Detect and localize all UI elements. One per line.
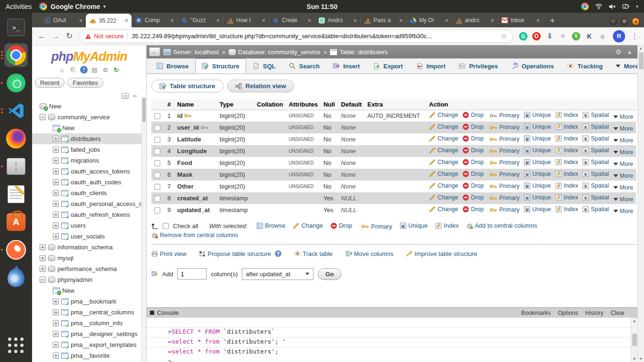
row-checkbox[interactable] [154,137,160,143]
expand-toggle-icon[interactable]: + [53,331,59,337]
console-line[interactable]: >SELECT * FROM `distributers` [147,318,644,328]
col-header[interactable]: Default [338,99,364,110]
address-bar[interactable]: Not secure 35.222.249.89/phpmyadmin/tbl_… [79,30,513,43]
breadcrumb-server[interactable]: Server: localhost [164,49,219,56]
with-selected-drop[interactable]: Drop [330,222,352,229]
tree-item-pma__favorite[interactable]: + ✓ pma__favorite [32,350,146,361]
action-primary-link[interactable]: Primary [488,148,520,154]
action-change-link[interactable]: Change [429,171,458,177]
action-more-link[interactable]: More [613,196,633,203]
extension-red-icon[interactable]: O [532,32,541,41]
tree-item-mysql[interactable]: + mysql [32,253,146,263]
tree-item-information_schema[interactable]: + information_schema [32,242,146,253]
back-button[interactable]: ← [38,32,46,41]
not-secure-chip[interactable]: Not secure [85,33,124,40]
col-header[interactable]: Extra [364,99,426,110]
console-body[interactable]: >SELECT * FROM `distributers` =select * … [147,318,644,362]
action-index-link[interactable]: Index [555,135,578,142]
tree-item-oauth_auth_codes[interactable]: + ✓ oauth_auth_codes [32,177,146,188]
page-settings-gear-icon[interactable]: ⚙ [616,48,622,56]
tab-browse[interactable]: Browse [149,58,195,74]
scroll-up-icon[interactable]: ▲ [631,319,637,323]
action-more-link[interactable]: More [613,114,633,120]
action-spatial-link[interactable]: sSpatial [582,112,609,118]
action-spatial-link[interactable]: sSpatial [582,135,609,142]
action-drop-link[interactable]: Drop [462,194,484,201]
chrome-tray-icon[interactable] [581,2,589,10]
volume-muted-icon[interactable] [609,4,616,9]
browser-tab[interactable]: PMA 35.222 × [86,14,132,27]
col-header[interactable]: # [165,99,174,110]
with-selected-unique[interactable]: uUnique [400,222,428,229]
action-spatial-link[interactable]: sSpatial [582,147,609,154]
new-tab-button[interactable]: + [550,16,555,26]
tab-close-icon[interactable]: × [216,17,220,24]
go-button[interactable]: Go [318,268,341,280]
with-selected-index[interactable]: Index [435,222,459,229]
tab-close-icon[interactable]: × [170,17,174,24]
tab-sql[interactable]: SQL [246,58,282,74]
action-primary-link[interactable]: Primary [488,124,520,131]
tree-item-oauth_clients[interactable]: + ✓ oauth_clients [32,188,146,198]
dock-firefox[interactable] [4,127,28,150]
action-index-link[interactable]: Index [555,123,578,130]
expand-toggle-icon[interactable]: + [40,244,46,250]
tree-item-pma__column_info[interactable]: + ✓ pma__column_info [32,318,146,329]
action-change-link[interactable]: Change [429,147,458,154]
expand-toggle-icon[interactable]: + [40,255,46,261]
with-selected-change[interactable]: Change [293,222,323,229]
dock-software-store[interactable]: A [4,210,28,234]
expand-toggle-icon[interactable]: + [53,201,59,207]
tree-item-pma__designer_settings[interactable]: + ✓ pma__designer_settings [32,329,146,339]
action-drop-link[interactable]: Drop [462,159,484,165]
col-header[interactable]: Collation [254,99,286,110]
favorites-button[interactable]: Favorites [67,78,103,88]
tree-item-pma__export_templates[interactable]: + ✓ pma__export_templates [32,339,146,350]
action-more-link[interactable]: More [613,125,633,132]
expand-toggle-icon[interactable]: + [53,179,59,185]
row-checkbox[interactable] [154,184,160,190]
action-index-link[interactable]: Index [555,206,578,213]
row-checkbox[interactable] [154,196,160,202]
action-index-link[interactable]: Index [555,171,578,177]
browser-tab[interactable]: andro × [452,14,497,27]
logout-icon[interactable]: ⎗ [69,66,77,74]
extension-download-icon[interactable]: ⬇ [545,32,554,41]
console-scrollbar[interactable]: ▲ ▼ [631,318,637,362]
tab-tracking[interactable]: Tracking [561,58,609,74]
row-checkbox[interactable] [154,113,160,119]
col-header[interactable]: Null [321,99,338,110]
collapse-toggle-icon[interactable]: − [40,114,46,120]
action-primary-link[interactable]: Primary [488,195,520,201]
scroll-up-icon[interactable]: ▲ [638,46,644,50]
col-header[interactable]: Type [217,99,254,110]
bookmark-star-icon[interactable]: ☆ [501,32,507,41]
action-unique-link[interactable]: uUnique [524,135,551,142]
tab-close-icon[interactable]: × [490,17,494,24]
expand-toggle-icon[interactable]: + [53,157,59,164]
tab-export[interactable]: Export [366,58,409,74]
collapse-all-icon[interactable]: − [122,93,129,99]
action-index-link[interactable]: Index [555,182,578,189]
subtab-relation-view[interactable]: Relation view [227,80,294,92]
console-menu-clear[interactable]: Clear [611,310,625,316]
browser-tab[interactable]: G Crede × [269,14,314,27]
action-more-link[interactable]: More [613,208,633,214]
tree-item-New[interactable]: + New [32,123,146,133]
dock-file-cabinet[interactable] [4,155,28,178]
action-change-link[interactable]: Change [429,112,458,118]
action-more-link[interactable]: More [613,137,633,144]
action-more-link[interactable]: More [613,184,633,191]
check-all-label[interactable]: Check all [173,222,198,230]
tree-item-community_service[interactable]: − community_service [32,112,146,123]
console-header[interactable]: Console BookmarksOptionsHistoryClear [147,308,644,318]
action-unique-link[interactable]: uUnique [524,123,551,130]
action-change-link[interactable]: Change [429,123,458,130]
tree-item-performance_schema[interactable]: + performance_schema [32,263,146,274]
action-spatial-link[interactable]: sSpatial [582,123,609,130]
docs-icon[interactable]: ▤ [91,66,99,74]
expand-toggle-icon[interactable]: + [53,298,59,304]
action-more-link[interactable]: More [613,173,633,179]
dock-app-grid[interactable] [4,335,28,358]
browser-tab[interactable]: OAut × [40,14,86,27]
